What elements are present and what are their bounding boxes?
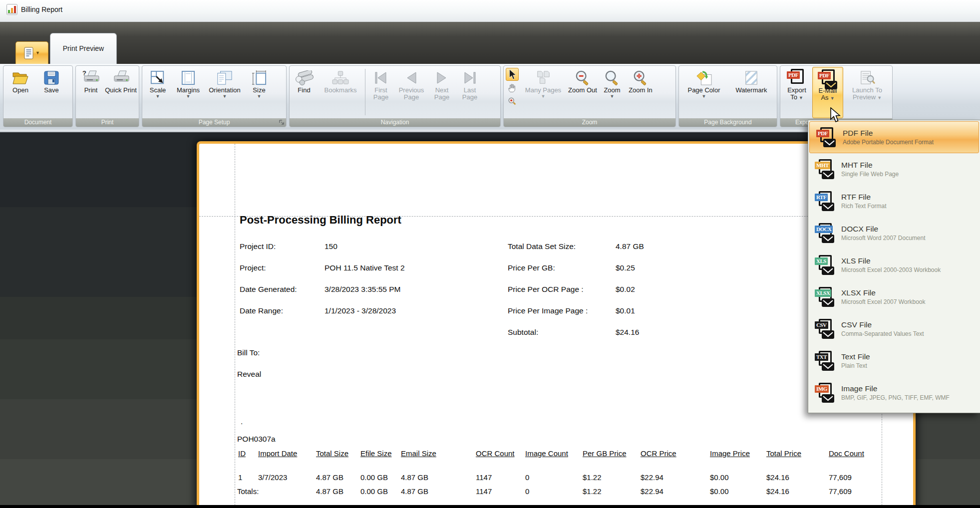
many-pages-button[interactable]: Many Pages ▼ [520,67,566,118]
tab-print-preview[interactable]: Print Preview [50,33,117,64]
zoom-in-button[interactable]: Zoom In [625,67,656,118]
scale-button[interactable]: Scale ▼ [143,67,172,118]
ribbon-group-document: Open Save Document [3,65,73,127]
export-to-button[interactable]: PDF Export To▼ [781,67,812,118]
menu-item-rtf-file[interactable]: RTF RTF File Rich Text Format [808,185,980,217]
previous-page-button[interactable]: Previous Page [395,67,428,118]
col-header: Doc Count [829,449,864,458]
mht-file-icon: MHT [815,159,837,180]
chevron-down-icon: ▼ [156,94,160,99]
rtf-file-icon: RTF [815,191,837,212]
print-icon: ? [82,70,100,86]
next-page-button[interactable]: Next Page [428,67,456,118]
cell: 1147 [476,487,492,496]
menu-item-mht-file[interactable]: MHT MHT File Single File Web Page [808,153,980,185]
bill-to-label: Bill To: [237,348,260,357]
find-button[interactable]: Find [291,67,318,118]
menu-item-docx-file[interactable]: DOCX DOCX File Microsoft Word 2007 Docum… [808,217,980,249]
menu-item-xlsx-file[interactable]: XLSX XLSX File Microsoft Excel 2007 Work… [808,281,980,313]
bookmarks-button[interactable]: Bookmarks [318,67,363,118]
zoom-out-button[interactable]: Zoom Out [566,67,599,118]
orientation-button[interactable]: Orientation ▼ [204,67,245,118]
application-menu-button[interactable]: ▼ [15,41,48,64]
cell: $1.22 [583,473,602,482]
zoom-button[interactable]: Zoom ▼ [599,67,625,118]
zoom-region-icon [508,97,517,106]
open-folder-icon [12,70,29,85]
first-page-button[interactable]: First Page [367,67,395,118]
field-value: POH 11.5 Native Test 2 [325,263,405,272]
menu-item-text-file[interactable]: TXT Text File Plain Text [808,345,980,377]
open-button[interactable]: Open [4,67,36,118]
envelope-icon [825,81,837,89]
left-margin-guide [235,144,235,508]
page-color-button[interactable]: Page Color ▼ [680,67,728,118]
group-label-print: Print [76,118,139,127]
xlsx-file-icon: XLSX [815,286,837,307]
cell: $24.16 [766,487,789,496]
field-value: $0.02 [616,285,635,294]
menu-item-title: XLS File [841,256,941,265]
export-to-pdf-icon: PDF [787,68,807,87]
many-pages-icon [535,70,552,85]
menu-item-xls-file[interactable]: XLS XLS File Microsoft Excel 2000-2003 W… [808,249,980,281]
cell: $22.94 [641,473,663,482]
mouse-cursor-icon [830,107,843,123]
xls-file-icon: XLS [815,254,837,275]
menu-list-icon [24,47,34,59]
save-button[interactable]: Save [36,67,66,118]
docx-file-icon: DOCX [815,223,837,244]
col-header: Per GB Price [583,449,627,458]
pointer-tool-button[interactable] [506,68,519,81]
chevron-down-icon: ▼ [186,94,191,99]
field-value: $0.25 [616,263,635,272]
envelope-icon [822,171,834,179]
batch-label: POH0307a [237,435,276,444]
chevron-down-icon: ▼ [610,94,615,99]
pdf-file-icon: PDF [816,127,838,148]
menu-item-pdf-file[interactable]: PDF PDF File Adobe Portable Document For… [809,121,979,153]
cell: 1147 [476,473,492,482]
binoculars-icon [295,70,314,85]
margins-button[interactable]: Margins ▼ [172,67,204,118]
cell: 0.00 GB [360,487,388,496]
menu-item-title: XLSX File [841,288,926,297]
menu-item-image-file[interactable]: IMG Image File BMP, GIF, JPEG, PNG, TIFF… [808,377,980,409]
group-label-navigation: Navigation [290,118,500,127]
totals-label: Totals: [237,487,259,496]
field-label: Date Generated: [240,285,297,294]
field-label: Project ID: [240,242,276,251]
envelope-icon [822,298,834,307]
page-setup-dialog-launcher[interactable] [279,119,285,126]
cell: $1.22 [583,487,602,496]
ribbon-group-print: ? Print Quick Print Print [75,65,139,127]
hand-icon [507,83,517,93]
last-page-button[interactable]: Last Page [456,67,484,118]
size-button[interactable]: Size ▼ [245,67,273,118]
zoom-select-tool-button[interactable] [506,95,519,108]
pan-tool-button[interactable] [506,81,519,94]
envelope-icon [822,330,834,339]
menu-item-csv-file[interactable]: CSV CSV File Comma-Separated Values Text [808,313,980,345]
chevron-down-icon: ▼ [702,94,706,99]
watermark-button[interactable]: Watermark [728,67,775,118]
print-button[interactable]: ? Print [77,67,105,118]
quick-print-button[interactable]: Quick Print [105,67,137,118]
field-label: Date Range: [240,306,283,315]
menu-item-title: CSV File [841,320,924,329]
cell: 4.87 GB [401,473,428,482]
page-color-icon [695,70,712,85]
field-label: Price Per Image Page : [508,306,588,315]
cell: 1 [238,473,242,482]
menu-item-title: PDF File [843,129,934,138]
envelope-icon [822,362,834,371]
previous-page-icon [404,71,419,85]
launch-to-preview-button[interactable]: Launch To Preview▼ [843,67,891,118]
col-header: Image Count [525,449,568,458]
menu-item-subtitle: Microsoft Excel 2000-2003 Workbook [841,266,941,273]
menu-item-title: MHT File [841,161,899,170]
email-as-pdf-icon: PDF [818,69,838,88]
menu-item-title: Image File [841,384,950,393]
chevron-down-icon: ▼ [257,94,262,99]
menu-item-title: RTF File [841,193,886,202]
